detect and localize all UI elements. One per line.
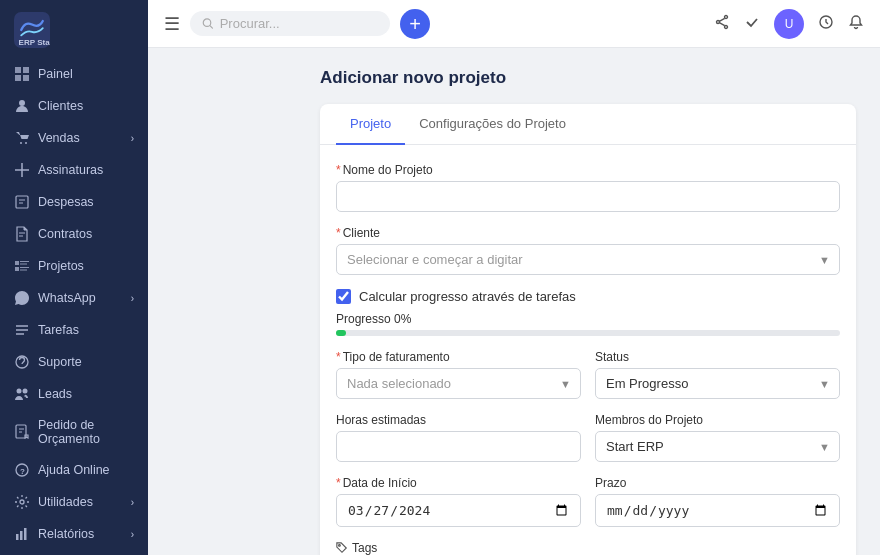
svg-rect-13	[16, 534, 19, 540]
project-form-card: Projeto Configurações do Projeto * Nome …	[320, 104, 856, 555]
tipo-faturamento-label: * Tipo de faturamento	[336, 350, 581, 364]
tag-icon	[336, 542, 348, 554]
nome-projeto-row: * Nome do Projeto	[336, 163, 840, 212]
sidebar-item-leads[interactable]: Leads	[0, 378, 148, 410]
page-title: Adicionar novo projeto	[320, 68, 856, 88]
menu-icon[interactable]: ☰	[164, 13, 180, 35]
required-mark-2: *	[336, 226, 341, 240]
data-inicio-label: * Data de Início	[336, 476, 581, 490]
horas-input[interactable]	[336, 431, 581, 462]
sidebar-item-contratos[interactable]: Contratos	[0, 218, 148, 250]
clock-icon[interactable]	[818, 14, 834, 34]
sidebar-item-suporte-label: Suporte	[38, 355, 82, 369]
svg-point-3	[20, 142, 22, 144]
tags-row: Tags Tag	[336, 541, 840, 555]
sidebar-item-despesas[interactable]: Despesas	[0, 186, 148, 218]
main-content: Adicionar novo projeto Projeto Configura…	[296, 48, 880, 555]
sidebar-item-configuracoes[interactable]: Configurações	[0, 550, 148, 555]
progress-label: Progresso 0%	[336, 312, 840, 326]
membros-label: Membros do Projeto	[595, 413, 840, 427]
datas-row: * Data de Início Prazo	[336, 476, 840, 541]
progress-bar-fill	[336, 330, 346, 336]
horas-membros-row: Horas estimadas Membros do Projeto Start…	[336, 413, 840, 476]
sidebar-item-despesas-label: Despesas	[38, 195, 94, 209]
status-label: Status	[595, 350, 840, 364]
svg-point-20	[725, 25, 728, 28]
data-inicio-row: * Data de Início	[336, 476, 581, 527]
tags-label: Tags	[336, 541, 840, 555]
sidebar-item-tarefas-label: Tarefas	[38, 323, 79, 337]
sidebar: ERP Start Painel Clientes Vendas › Assin…	[0, 0, 148, 555]
sidebar-item-whatsapp-label: WhatsApp	[38, 291, 96, 305]
sidebar-item-projetos[interactable]: Projetos	[0, 250, 148, 282]
cliente-select[interactable]: Selecionar e começar a digitar	[336, 244, 840, 275]
sidebar-item-clientes[interactable]: Clientes	[0, 90, 148, 122]
sidebar-item-projetos-label: Projetos	[38, 259, 84, 273]
membros-select[interactable]: Start ERP	[595, 431, 840, 462]
chevron-right-icon-4: ›	[131, 529, 134, 540]
sidebar-item-ajuda-online[interactable]: ? Ajuda Online	[0, 454, 148, 486]
checkbox-row: Calcular progresso através de tarefas	[336, 289, 840, 304]
chevron-right-icon-2: ›	[131, 293, 134, 304]
nome-projeto-input[interactable]	[336, 181, 840, 212]
cliente-select-wrapper: Selecionar e começar a digitar ▼	[336, 244, 840, 275]
sidebar-item-vendas-label: Vendas	[38, 131, 80, 145]
tab-projeto[interactable]: Projeto	[336, 104, 405, 145]
form-body: * Nome do Projeto * Cliente Selecionar e…	[320, 145, 856, 555]
status-row: Status Em Progresso ▼	[595, 350, 840, 399]
sidebar-item-suporte[interactable]: Suporte	[0, 346, 148, 378]
sidebar-item-contratos-label: Contratos	[38, 227, 92, 241]
required-mark-3: *	[336, 350, 341, 364]
sidebar-item-pedido-label: Pedido de Orçamento	[38, 418, 134, 446]
sidebar-item-utilidades[interactable]: Utilidades ›	[0, 486, 148, 518]
sidebar-item-painel-label: Painel	[38, 67, 73, 81]
sidebar-item-tarefas[interactable]: Tarefas	[0, 314, 148, 346]
tipo-faturamento-row: * Tipo de faturamento Nada selecionado ▼	[336, 350, 581, 399]
sidebar-item-relatorios[interactable]: Relatórios ›	[0, 518, 148, 550]
sidebar-item-whatsapp[interactable]: WhatsApp ›	[0, 282, 148, 314]
svg-point-4	[25, 142, 27, 144]
membros-wrapper: Start ERP ▼	[595, 431, 840, 462]
svg-text:ERP Start: ERP Start	[19, 38, 51, 47]
share-icon[interactable]	[714, 14, 730, 34]
svg-point-7	[17, 389, 22, 394]
cliente-row: * Cliente Selecionar e começar a digitar…	[336, 226, 840, 275]
sidebar-item-relatorios-label: Relatórios	[38, 527, 94, 541]
svg-point-12	[20, 500, 24, 504]
horas-label: Horas estimadas	[336, 413, 581, 427]
sidebar-item-assinaturas[interactable]: Assinaturas	[0, 154, 148, 186]
topbar-right: U	[714, 9, 864, 39]
tabs: Projeto Configurações do Projeto	[320, 104, 856, 145]
tipo-faturamento-select[interactable]: Nada selecionado	[336, 368, 581, 399]
prazo-label: Prazo	[595, 476, 840, 490]
membros-row: Membros do Projeto Start ERP ▼	[595, 413, 840, 462]
sidebar-item-pedido-orcamento[interactable]: Pedido de Orçamento	[0, 410, 148, 454]
status-wrapper: Em Progresso ▼	[595, 368, 840, 399]
sidebar-item-leads-label: Leads	[38, 387, 72, 401]
calc-progress-checkbox[interactable]	[336, 289, 351, 304]
logo: ERP Start	[0, 0, 148, 58]
required-mark-4: *	[336, 476, 341, 490]
chevron-right-icon-3: ›	[131, 497, 134, 508]
search-bar	[190, 11, 390, 36]
data-inicio-input[interactable]	[336, 494, 581, 527]
sidebar-item-ajuda-label: Ajuda Online	[38, 463, 110, 477]
search-input[interactable]	[220, 16, 378, 31]
search-icon	[202, 17, 214, 30]
svg-point-2	[19, 100, 25, 106]
prazo-input[interactable]	[595, 494, 840, 527]
status-select[interactable]: Em Progresso	[595, 368, 840, 399]
tipo-faturamento-wrapper: Nada selecionado ▼	[336, 368, 581, 399]
topbar: ☰ + U	[148, 0, 880, 48]
sidebar-item-vendas[interactable]: Vendas ›	[0, 122, 148, 154]
tab-configuracoes-projeto[interactable]: Configurações do Projeto	[405, 104, 580, 145]
avatar[interactable]: U	[774, 9, 804, 39]
sidebar-item-painel[interactable]: Painel	[0, 58, 148, 90]
svg-text:?: ?	[20, 467, 25, 476]
svg-rect-14	[20, 531, 23, 540]
prazo-row: Prazo	[595, 476, 840, 527]
check-icon[interactable]	[744, 14, 760, 34]
add-button[interactable]: +	[400, 9, 430, 39]
bell-icon[interactable]	[848, 14, 864, 34]
sidebar-item-assinaturas-label: Assinaturas	[38, 163, 103, 177]
